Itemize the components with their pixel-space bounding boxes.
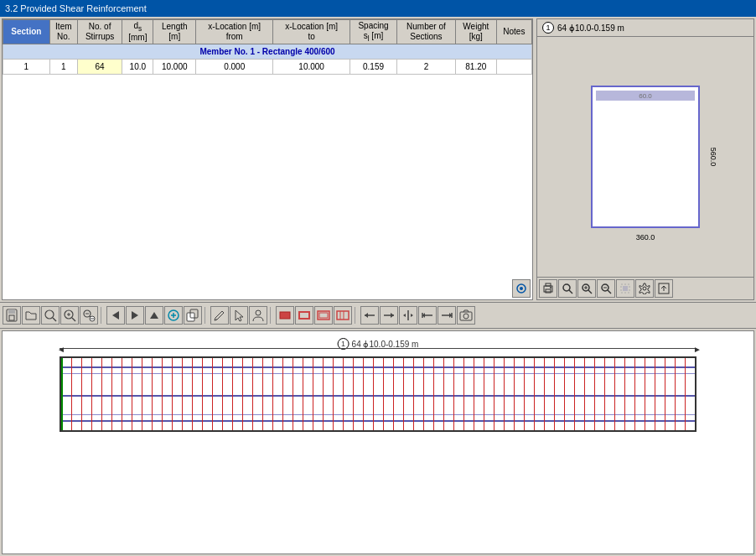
- stirrup-line: [463, 358, 464, 430]
- cs-zoom-btn[interactable]: [558, 279, 577, 298]
- stirrup-line: [665, 358, 665, 430]
- col-header-b: ItemNo.: [49, 20, 77, 44]
- rect-solid-btn[interactable]: [276, 306, 294, 325]
- zoom-fit-btn[interactable]: [41, 306, 60, 325]
- stirrup-line: [303, 358, 303, 430]
- stirrup-line: [645, 358, 645, 430]
- open-btn[interactable]: [22, 306, 40, 325]
- prev-btn[interactable]: [106, 306, 125, 325]
- col-header-h: Spacingsl [m]: [350, 20, 397, 44]
- cell-section: 1: [3, 59, 50, 74]
- col-header-k: Notes: [496, 20, 531, 44]
- copy-btn[interactable]: [184, 306, 202, 325]
- arrow-line: [60, 348, 696, 349]
- table-row[interactable]: 1 1 64 10.0 10.000 0.000 10.000 0.159 2 …: [3, 59, 532, 74]
- stirrup-line: [81, 358, 82, 430]
- svg-marker-52: [365, 313, 368, 318]
- rect-outline-btn[interactable]: [295, 306, 313, 325]
- cs-render-btn[interactable]: [616, 279, 634, 298]
- stirrup-line: [152, 358, 153, 430]
- user-btn[interactable]: [249, 306, 267, 325]
- section-badge: 1: [542, 22, 554, 34]
- svg-marker-57: [411, 314, 413, 317]
- move-left-btn[interactable]: [360, 306, 379, 325]
- add-btn[interactable]: [164, 306, 183, 325]
- stirrup-line: [222, 358, 223, 430]
- cs-zoom-out-btn[interactable]: [597, 279, 615, 298]
- extra-zoom-btn[interactable]: [80, 306, 98, 325]
- bottom-section: 1 64 ϕ10.0-0.159 m ◄ ►: [2, 330, 754, 554]
- stirrup-line: [101, 358, 102, 430]
- cross-section-canvas: 60.0 360.0 560.0: [537, 37, 753, 277]
- stirrup-line: [333, 358, 334, 430]
- stirrup-line: [192, 358, 193, 430]
- cross-section-panel: 1 64 ϕ10.0-0.159 m 60.0 360.0 560.: [536, 18, 754, 300]
- stirrup-line: [594, 358, 595, 430]
- stirrups-container: [61, 358, 695, 430]
- stirrup-line: [504, 358, 505, 430]
- cross-section-header: 1 64 ϕ10.0-0.159 m: [537, 19, 753, 37]
- svg-point-6: [563, 284, 570, 291]
- stirrup-line: [624, 358, 625, 430]
- stirrup-line: [71, 358, 72, 430]
- rect-group-btn[interactable]: [334, 306, 352, 325]
- stirrup-line: [614, 358, 615, 430]
- up-btn[interactable]: [145, 306, 163, 325]
- cs-settings-btn[interactable]: [635, 279, 654, 298]
- section-label: 64 ϕ10.0-0.159 m: [557, 23, 624, 33]
- camera-btn[interactable]: [457, 306, 475, 325]
- cell-weight: 81.20: [455, 59, 496, 74]
- stirrup-line: [122, 358, 122, 430]
- stirrup-line: [484, 358, 484, 430]
- svg-point-65: [463, 314, 469, 319]
- cs-export-btn[interactable]: [655, 279, 673, 298]
- cell-length: 10.000: [153, 59, 196, 74]
- stirrup-line: [232, 358, 233, 430]
- next-btn[interactable]: [126, 306, 144, 325]
- col-header-f: x-Location [m]from: [196, 20, 273, 44]
- pencil-btn[interactable]: [210, 306, 229, 325]
- stirrup-line: [252, 358, 253, 430]
- pointer-btn[interactable]: [230, 306, 248, 325]
- main-toolbar: [0, 302, 756, 329]
- stirrup-line: [403, 358, 404, 430]
- rect-double-btn[interactable]: [314, 306, 333, 325]
- svg-line-7: [569, 290, 572, 294]
- svg-rect-47: [319, 313, 328, 318]
- arrow-right-btn[interactable]: [438, 306, 456, 325]
- shear-table: Section ItemNo. No. ofStirrups ds[mm] Le…: [3, 19, 532, 75]
- svg-marker-16: [623, 286, 628, 291]
- stirrup-line: [282, 358, 283, 430]
- svg-point-5: [550, 287, 551, 288]
- stirrup-line: [373, 358, 374, 430]
- stirrup-line: [554, 358, 555, 430]
- col-header-d: ds[mm]: [122, 20, 153, 44]
- col-header-c: No. ofStirrups: [77, 20, 122, 44]
- move-right-btn[interactable]: [380, 306, 398, 325]
- stirrup-line: [393, 358, 394, 430]
- stirrup-line: [162, 358, 163, 430]
- cell-x-to: 10.000: [273, 59, 350, 74]
- split-btn[interactable]: [399, 306, 417, 325]
- col-header-g: x-Location [m]to: [273, 20, 350, 44]
- stirrup-line: [212, 358, 213, 430]
- stirrup-line: [604, 358, 605, 430]
- svg-rect-48: [337, 311, 349, 320]
- arrow-left-btn[interactable]: [418, 306, 437, 325]
- zoom-window-btn[interactable]: [60, 306, 79, 325]
- svg-marker-56: [403, 314, 406, 317]
- cs-zoom-in-btn[interactable]: [577, 279, 596, 298]
- stirrup-line: [584, 358, 585, 430]
- stirrup-line: [514, 358, 515, 430]
- table-view-btn[interactable]: [512, 279, 531, 298]
- stirrup-line: [524, 358, 525, 430]
- save-btn[interactable]: [3, 306, 21, 325]
- stirrup-line: [453, 358, 454, 430]
- col-header-j: Weight[kg]: [455, 20, 496, 44]
- stirrup-line: [363, 358, 364, 430]
- cs-print-btn[interactable]: [539, 279, 557, 298]
- svg-rect-45: [299, 312, 309, 319]
- member-header-row: Member No. 1 - Rectangle 400/600: [3, 44, 532, 59]
- cell-item-no: 1: [49, 59, 77, 74]
- stirrup-line: [564, 358, 565, 430]
